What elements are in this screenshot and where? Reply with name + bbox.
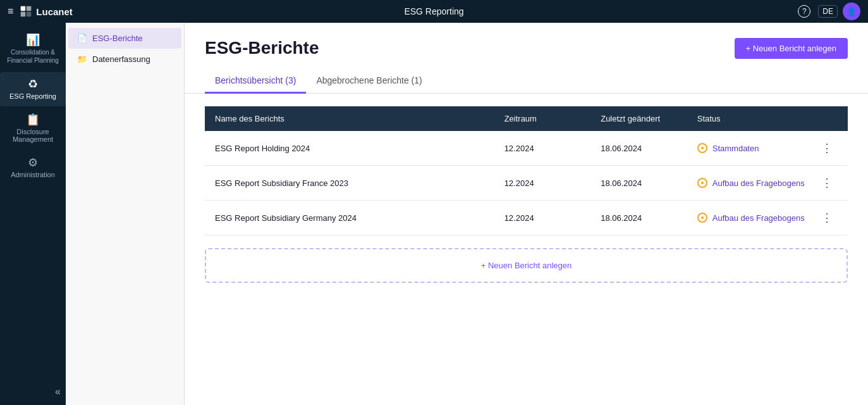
sidebar-item-admin-label: Administration <box>11 171 55 178</box>
sidebar-item-disclosure-label: Disclosure Management <box>5 128 61 143</box>
cell-period-2: 12.2024 <box>494 201 591 235</box>
page-title: ESG-Berichte <box>205 38 319 58</box>
status-icon-0 <box>697 143 707 153</box>
sidebar-item-consolidation[interactable]: 📊 Consolidation & Financial Planning <box>0 28 66 71</box>
svg-rect-1 <box>27 6 32 11</box>
sidebar-item-esg-label: ESG Reporting <box>9 92 56 100</box>
svg-rect-2 <box>21 12 26 17</box>
disclosure-icon: 📋 <box>26 114 40 125</box>
cell-status-2: Aufbau des Fragebogens ⋮ <box>687 201 848 235</box>
status-text-1: Aufbau des Fragebogens <box>712 178 805 188</box>
new-report-button[interactable]: + Neuen Bericht anlegen <box>735 38 848 59</box>
admin-icon: ⚙ <box>28 157 38 168</box>
topbar: ≡ Lucanet ESG Reporting ? DE 👤 <box>0 0 868 23</box>
cell-changed-2: 18.06.2024 <box>590 201 687 235</box>
sidebar-item-disclosure[interactable]: 📋 Disclosure Management <box>0 108 66 149</box>
status-text-0: Stammdaten <box>712 144 759 153</box>
add-new-report-row[interactable]: + Neuen Bericht anlegen <box>205 248 848 283</box>
col-header-name: Name des Berichts <box>205 106 494 131</box>
topbar-right: ? DE 👤 <box>795 3 860 20</box>
more-options-button-2[interactable]: ⋮ <box>816 209 838 226</box>
col-header-period: Zeitraum <box>494 106 591 131</box>
more-options-button-0[interactable]: ⋮ <box>816 140 838 156</box>
table-header-row: Name des Berichts Zeitraum Zuletzt geänd… <box>205 106 848 131</box>
status-text-2: Aufbau des Fragebogens <box>712 213 805 223</box>
avatar-initials: 👤 <box>847 7 857 16</box>
esg-berichte-icon: 📄 <box>77 34 87 43</box>
table-wrapper: Name des Berichts Zeitraum Zuletzt geänd… <box>185 94 868 405</box>
table-row: ESG Report Holding 2024 12.2024 18.06.20… <box>205 131 848 166</box>
status-icon-1 <box>697 178 707 188</box>
tab-aborted[interactable]: Abgebrochene Berichte (1) <box>306 69 432 94</box>
sidebar-item-esg[interactable]: ♻ ESG Reporting <box>0 72 66 106</box>
sub-sidebar-item-esg-berichte[interactable]: 📄 ESG-Berichte <box>68 28 181 49</box>
svg-rect-3 <box>27 12 32 17</box>
consolidation-icon: 📊 <box>26 34 40 46</box>
app-logo: Lucanet <box>20 5 73 18</box>
logo-icon <box>20 5 32 18</box>
cell-status-0: Stammdaten ⋮ <box>687 131 848 166</box>
sub-sidebar: 📄 ESG-Berichte 📁 Datenerfassung <box>66 23 185 405</box>
app-body: 📊 Consolidation & Financial Planning ♻ E… <box>0 23 868 405</box>
col-header-status: Status <box>687 106 848 131</box>
topbar-title: ESG Reporting <box>404 6 463 16</box>
sub-sidebar-item-datenerfassung[interactable]: 📁 Datenerfassung <box>68 49 181 70</box>
sidebar: 📊 Consolidation & Financial Planning ♻ E… <box>0 23 66 405</box>
cell-status-1: Aufbau des Fragebogens ⋮ <box>687 166 848 201</box>
datenerfassung-icon: 📁 <box>77 54 87 64</box>
user-avatar[interactable]: 👤 <box>843 3 860 20</box>
topbar-left: ≡ Lucanet <box>8 5 73 18</box>
esg-icon: ♻ <box>28 78 38 90</box>
cell-period-1: 12.2024 <box>494 166 591 201</box>
table-row: ESG Report Subsidiary Germany 2024 12.20… <box>205 201 848 235</box>
sub-sidebar-item-esg-berichte-label: ESG-Berichte <box>92 34 142 43</box>
help-button[interactable]: ? <box>795 3 813 20</box>
col-header-changed: Zuletzt geändert <box>590 106 687 131</box>
cell-name-2: ESG Report Subsidiary Germany 2024 <box>205 201 494 235</box>
reports-table: Name des Berichts Zeitraum Zuletzt geänd… <box>205 106 848 235</box>
cell-changed-0: 18.06.2024 <box>590 131 687 166</box>
cell-name-1: ESG Report Subsidiary France 2023 <box>205 166 494 201</box>
sub-sidebar-item-datenerfassung-label: Datenerfassung <box>92 54 150 64</box>
app-name: Lucanet <box>36 6 73 17</box>
help-icon: ? <box>798 5 810 18</box>
svg-rect-0 <box>21 6 26 11</box>
sidebar-collapse-button[interactable]: « <box>55 386 61 397</box>
cell-changed-1: 18.06.2024 <box>590 166 687 201</box>
sidebar-item-consolidation-label: Consolidation & Financial Planning <box>5 48 61 65</box>
cell-name-0: ESG Report Holding 2024 <box>205 131 494 166</box>
more-options-button-1[interactable]: ⋮ <box>816 175 838 191</box>
status-icon-2 <box>697 213 707 223</box>
language-button[interactable]: DE <box>818 5 838 18</box>
content-header: ESG-Berichte + Neuen Bericht anlegen <box>185 23 868 59</box>
main-content: ESG-Berichte + Neuen Bericht anlegen Ber… <box>185 23 868 405</box>
hamburger-button[interactable]: ≡ <box>8 6 13 17</box>
cell-period-0: 12.2024 <box>494 131 591 166</box>
tabs-bar: Berichtsübersicht (3) Abgebrochene Beric… <box>185 69 868 94</box>
tab-overview[interactable]: Berichtsübersicht (3) <box>205 69 306 94</box>
sidebar-item-admin[interactable]: ⚙ Administration <box>0 151 66 185</box>
table-row: ESG Report Subsidiary France 2023 12.202… <box>205 166 848 201</box>
